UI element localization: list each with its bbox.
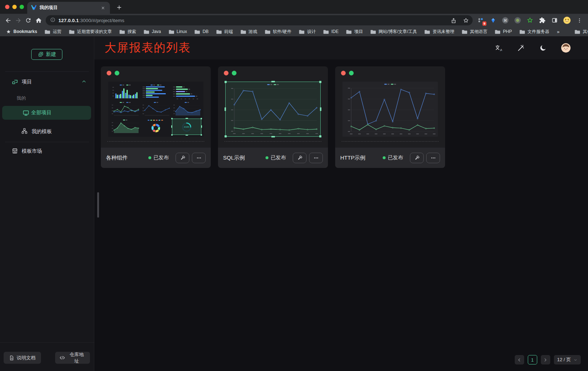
bookmark-folder[interactable]: 近期需要读的文章 bbox=[69, 29, 112, 35]
bookmark-folder-label: 项目 bbox=[354, 29, 363, 35]
green-star-extension-icon[interactable] bbox=[525, 15, 535, 25]
bookmark-folder[interactable]: 其他语言 bbox=[462, 29, 487, 35]
browser-tab[interactable]: 我的项目 bbox=[27, 2, 110, 14]
url-text[interactable]: 127.0.0.1:3000/#/project/items bbox=[58, 18, 446, 23]
selection-handle[interactable] bbox=[225, 107, 226, 111]
user-avatar[interactable] bbox=[561, 43, 571, 53]
bookmark-folder[interactable]: 网站/博客/文章/工具 bbox=[370, 29, 417, 35]
selection-handle[interactable] bbox=[225, 135, 227, 137]
repo-button[interactable]: 仓库地址 bbox=[55, 352, 90, 364]
bookmark-folder[interactable]: 游戏 bbox=[240, 29, 257, 35]
address-bar[interactable]: 127.0.0.1:3000/#/project/items bbox=[46, 15, 473, 25]
sidebar-item-my-templates[interactable]: 我的模板 bbox=[0, 125, 94, 138]
monitor-icon bbox=[22, 110, 29, 116]
scrollbar-thumb[interactable] bbox=[97, 192, 99, 218]
page-size-select[interactable]: 12 / 页 bbox=[554, 355, 581, 364]
bookmarks-overflow-chevron[interactable]: » bbox=[557, 29, 559, 34]
bookmark-folder[interactable]: 文件服务器 bbox=[519, 29, 549, 35]
site-info-icon[interactable] bbox=[50, 17, 55, 24]
sidebar-item-all-projects[interactable]: 全部项目 bbox=[2, 106, 91, 120]
selection-handle[interactable] bbox=[320, 107, 321, 111]
command-extension-icon[interactable]: ⌘ bbox=[500, 15, 510, 25]
project-thumbnail[interactable]: 25.00% bbox=[108, 82, 203, 137]
bookmarks-root[interactable]: Bookmarks bbox=[6, 29, 37, 34]
bookmark-folder[interactable]: 运营 bbox=[45, 29, 61, 35]
selection-handle[interactable] bbox=[271, 136, 275, 137]
selection-handle[interactable] bbox=[319, 81, 321, 83]
current-page[interactable]: 1 bbox=[528, 355, 537, 364]
bookmark-folder-label: IDE bbox=[331, 29, 338, 34]
selection-handle[interactable] bbox=[185, 118, 188, 119]
project-thumbnail[interactable] bbox=[342, 82, 438, 137]
project-thumbnail-selected[interactable] bbox=[225, 82, 321, 137]
selection-handle[interactable] bbox=[171, 125, 172, 128]
bookmark-folder[interactable]: PHP bbox=[495, 29, 512, 34]
status-dot-icon bbox=[383, 156, 386, 159]
dark-mode-moon-icon[interactable] bbox=[539, 44, 547, 52]
extensions-row: 9 ⌘ bbox=[476, 15, 585, 25]
bookmark-folder[interactable]: Linux bbox=[169, 29, 187, 34]
bookmark-folder[interactable]: 前端 bbox=[216, 29, 233, 35]
grid-extension-icon[interactable]: 9 bbox=[476, 15, 486, 25]
more-actions-button[interactable] bbox=[426, 153, 440, 163]
more-actions-button[interactable] bbox=[192, 153, 206, 163]
profile-avatar-emoji[interactable] bbox=[562, 15, 572, 25]
sidebar-section-project[interactable]: 项目 bbox=[0, 76, 94, 88]
new-project-button[interactable]: 新建 bbox=[31, 49, 62, 60]
selection-handle[interactable] bbox=[201, 125, 202, 128]
side-panel-icon[interactable] bbox=[550, 15, 560, 25]
other-bookmarks-folder[interactable]: 其他书签 bbox=[575, 29, 588, 35]
selection-handle[interactable] bbox=[225, 81, 227, 83]
bookmark-folder[interactable]: IDE bbox=[323, 29, 338, 34]
window-zoom-button[interactable] bbox=[20, 5, 24, 9]
edit-hammer-button[interactable] bbox=[410, 153, 424, 163]
project-card[interactable]: 25.00% 各种组件 已发布 bbox=[101, 66, 211, 168]
bookmark-folder[interactable]: DB bbox=[194, 29, 209, 34]
selection-handle[interactable] bbox=[201, 134, 202, 136]
bookmark-folder[interactable]: 设计 bbox=[299, 29, 316, 35]
edit-hammer-button[interactable] bbox=[293, 153, 307, 163]
project-card[interactable]: SQL示例 已发布 bbox=[218, 66, 328, 168]
forward-button[interactable] bbox=[13, 15, 23, 25]
reload-button[interactable] bbox=[23, 15, 33, 25]
all-projects-label: 全部项目 bbox=[31, 110, 52, 116]
bookmark-folder[interactable]: 资讯未整理 bbox=[424, 29, 454, 35]
selection-handle[interactable] bbox=[171, 118, 173, 119]
selection-handle[interactable] bbox=[185, 135, 188, 136]
sidebar-group-label: 我的 bbox=[17, 95, 26, 102]
prev-page-button[interactable] bbox=[515, 355, 524, 364]
status-dot-icon bbox=[148, 156, 151, 159]
bookmark-star-icon[interactable] bbox=[461, 16, 470, 25]
more-actions-button[interactable] bbox=[309, 153, 323, 163]
new-tab-button[interactable] bbox=[115, 3, 123, 12]
bookmark-folder[interactable]: 项目 bbox=[346, 29, 363, 35]
selection-handle[interactable] bbox=[201, 118, 202, 119]
dot-extension-icon[interactable] bbox=[513, 15, 523, 25]
svg-text:⌘: ⌘ bbox=[503, 18, 507, 22]
window-close-button[interactable] bbox=[5, 5, 9, 9]
back-button[interactable] bbox=[3, 15, 13, 25]
magic-wand-icon[interactable] bbox=[516, 44, 525, 52]
bookmark-folder[interactable]: 搜索 bbox=[119, 29, 136, 35]
home-button[interactable] bbox=[33, 15, 44, 25]
bookmark-folder[interactable]: Java bbox=[144, 29, 161, 34]
selection-handle[interactable] bbox=[271, 81, 275, 82]
project-card[interactable]: HTTP示例 已发布 bbox=[335, 66, 445, 168]
sidebar-item-template-market[interactable]: 模板市场 bbox=[0, 145, 94, 157]
edit-hammer-button[interactable] bbox=[176, 153, 189, 163]
language-translate-icon[interactable]: A bbox=[494, 44, 502, 52]
next-page-button[interactable] bbox=[541, 355, 550, 364]
tab-close-icon[interactable] bbox=[100, 5, 106, 11]
docs-button[interactable]: 说明文档 bbox=[4, 352, 41, 364]
gem-extension-icon[interactable] bbox=[488, 15, 498, 25]
share-icon[interactable] bbox=[449, 16, 458, 25]
bookmark-folder[interactable]: 软件/硬件 bbox=[265, 29, 291, 35]
chevron-up-icon[interactable] bbox=[81, 79, 87, 85]
selection-handle[interactable] bbox=[319, 135, 321, 137]
selection-handle[interactable] bbox=[171, 134, 173, 136]
bookmarks-bar: Bookmarks 运营近期需要读的文章搜索JavaLinuxDB前端游戏软件/… bbox=[0, 27, 588, 36]
mini-chart-area bbox=[172, 101, 201, 117]
extensions-puzzle-icon[interactable] bbox=[537, 15, 547, 25]
window-minimize-button[interactable] bbox=[12, 5, 17, 9]
chrome-menu-icon[interactable] bbox=[574, 15, 584, 25]
